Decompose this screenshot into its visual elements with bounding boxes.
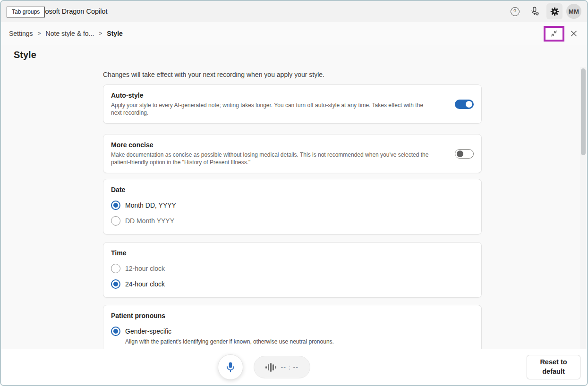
breadcrumb-note-style[interactable]: Note style & fo... [46, 30, 94, 37]
card-title: Date [111, 185, 474, 194]
radio-label: Month DD, YYYY [125, 201, 176, 209]
intro-text: Changes will take effect with your next … [103, 70, 482, 79]
breadcrumb-style-current: Style [107, 30, 122, 37]
chevron-right-icon: > [94, 30, 107, 37]
collapse-panel-icon [550, 29, 558, 38]
radio-option-month-dd-yyyy[interactable]: Month DD, YYYY [111, 201, 474, 210]
app-window: Microsoft Dragon Copilot Tab groups ? [0, 0, 588, 386]
chevron-right-icon: > [33, 30, 46, 37]
tab-groups-tooltip: Tab groups [7, 7, 45, 17]
settings-button[interactable] [546, 3, 562, 19]
scrollbar-track[interactable] [580, 67, 586, 350]
radio-button[interactable] [111, 327, 120, 336]
mic-gear-icon [529, 6, 540, 17]
radio-option-24-hour[interactable]: 24-hour clock [111, 279, 474, 289]
top-bar-actions: ? [507, 3, 581, 19]
card-auto-style: Auto-style Apply your style to every AI-… [103, 84, 482, 124]
recording-controls: -- : -- [218, 354, 310, 380]
card-title: Patient pronouns [111, 311, 474, 320]
toggle-knob [466, 101, 472, 108]
card-title: Auto-style [111, 91, 474, 100]
main-content: Style Changes will take effect with your… [1, 45, 587, 385]
radio-label: 24-hour clock [125, 280, 165, 288]
radio-option-description: Align with the patient's identifying gen… [125, 338, 474, 345]
card-description: Apply your style to every AI-generated n… [111, 101, 474, 117]
radio-button[interactable] [111, 201, 120, 210]
waveform-icon [265, 363, 276, 372]
breadcrumb-settings[interactable]: Settings [9, 30, 33, 37]
reset-to-default-button[interactable]: Reset to default [527, 355, 580, 379]
close-button[interactable] [569, 28, 579, 39]
microphone-icon [224, 361, 237, 373]
radio-label: 12-hour clock [125, 265, 165, 272]
card-description: Make documentation as concise as possibl… [111, 151, 474, 166]
more-concise-toggle[interactable] [455, 149, 474, 159]
help-button[interactable]: ? [507, 3, 523, 19]
breadcrumb-bar: Settings > Note style & fo... > Style [1, 22, 587, 45]
card-time: Time 12-hour clock 24-hour clock [103, 242, 482, 298]
radio-option-dd-month-yyyy[interactable]: DD Month YYYY [111, 216, 474, 226]
scrollbar-thumb[interactable] [581, 68, 586, 155]
settings-column: Changes will take effect with your next … [103, 45, 482, 386]
mic-settings-button[interactable] [527, 3, 543, 19]
user-avatar[interactable]: MM [566, 4, 581, 19]
toggle-knob [457, 151, 463, 157]
radio-label: Gender-specific [125, 327, 171, 335]
footer-bar: -- : -- Reset to default [1, 349, 587, 385]
radio-button[interactable] [111, 264, 120, 273]
auto-style-toggle[interactable] [455, 100, 474, 109]
radio-label: DD Month YYYY [125, 217, 174, 225]
collapse-highlight-box[interactable] [544, 26, 564, 42]
radio-button[interactable] [111, 279, 120, 289]
gear-icon [550, 7, 560, 17]
card-title: More concise [111, 140, 474, 150]
radio-option-12-hour[interactable]: 12-hour clock [111, 264, 474, 273]
panel-actions [544, 26, 579, 42]
record-button[interactable] [218, 354, 243, 380]
timer-text: -- : -- [281, 363, 298, 371]
radio-button[interactable] [111, 216, 120, 226]
card-date: Date Month DD, YYYY DD Month YYYY [103, 179, 482, 235]
help-icon: ? [511, 7, 520, 16]
close-icon [570, 30, 578, 37]
card-more-concise: More concise Make documentation as conci… [103, 134, 482, 173]
top-bar: Microsoft Dragon Copilot Tab groups ? [1, 1, 587, 22]
page-title: Style [14, 50, 36, 60]
card-title: Time [111, 248, 474, 258]
radio-option-gender-specific[interactable]: Gender-specific [111, 327, 474, 336]
recording-timer-pill: -- : -- [254, 356, 310, 378]
